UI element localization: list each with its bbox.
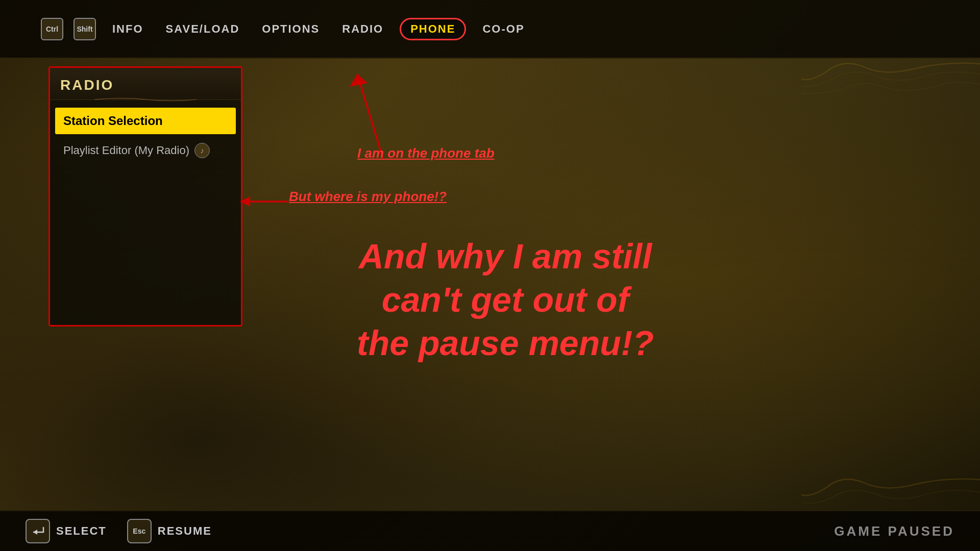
svg-marker-1 [350, 74, 368, 87]
svg-marker-4 [33, 530, 37, 535]
enter-key-icon [26, 519, 50, 543]
menu-item-playlist-editor[interactable]: Playlist Editor (My Radio) ♪ [55, 137, 236, 164]
annotation-big-line3: the pause menu!? [357, 323, 654, 362]
nav-item-coop[interactable]: CO-OP [476, 18, 530, 40]
where-phone-arrow [235, 191, 291, 212]
annotation-big-text: And why I am still can't get out of the … [347, 235, 664, 365]
annotation-where-phone-text: But where is my phone!? [289, 189, 447, 205]
nav-item-radio[interactable]: RADIO [336, 18, 389, 40]
nav-item-info[interactable]: INFO [106, 18, 150, 40]
swirl-top-right-decoration [801, 59, 980, 99]
select-label: SELECT [56, 524, 107, 538]
annotation-phone-tab-text: I am on the phone tab [357, 145, 495, 161]
resume-action: Esc RESUME [127, 519, 212, 543]
shift-key-badge: Shift [74, 18, 96, 40]
nav-item-phone[interactable]: PHONE [400, 18, 466, 40]
resume-label: RESUME [158, 524, 212, 538]
menu-item-playlist-editor-label: Playlist Editor (My Radio) [63, 144, 189, 157]
bottom-action-bar: SELECT Esc RESUME GAME PAUSED [0, 510, 980, 551]
menu-item-station-selection-label: Station Selection [63, 114, 163, 128]
nav-item-options[interactable]: OPTIONS [256, 18, 326, 40]
radio-panel-header: RADIO [50, 68, 241, 100]
radio-panel-title: RADIO [60, 77, 114, 93]
ctrl-key-badge: Ctrl [41, 18, 63, 40]
nav-item-saveload[interactable]: SAVE/LOAD [160, 18, 246, 40]
esc-key-badge: Esc [127, 519, 152, 543]
annotation-big-line1: And why I am still [359, 237, 652, 276]
svg-marker-3 [240, 196, 250, 207]
radio-panel: RADIO Station Selection Playlist Editor … [48, 66, 242, 327]
radio-menu: Station Selection Playlist Editor (My Ra… [50, 100, 241, 174]
playlist-editor-icon: ♪ [194, 143, 210, 158]
menu-item-station-selection[interactable]: Station Selection [55, 108, 236, 134]
game-paused-status: GAME PAUSED [834, 523, 954, 539]
swirl-bottom-decoration [801, 469, 980, 510]
top-navigation-bar: Ctrl Shift INFO SAVE/LOAD OPTIONS RADIO … [0, 0, 980, 59]
select-action: SELECT [26, 519, 107, 543]
annotation-big-line2: can't get out of [382, 280, 629, 319]
